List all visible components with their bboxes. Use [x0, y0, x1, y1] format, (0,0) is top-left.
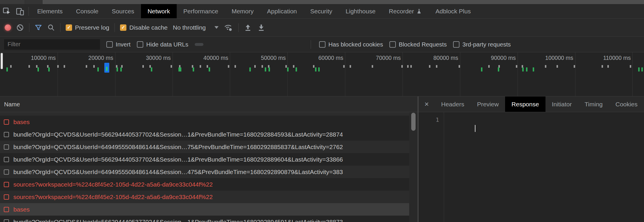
- request-tick-gray: [142, 65, 144, 68]
- name-column-header[interactable]: Name: [0, 96, 418, 112]
- filter-input[interactable]: [4, 39, 100, 50]
- resource-type-chip[interactable]: [292, 43, 294, 46]
- request-tick-green: [269, 67, 270, 71]
- network-conditions-button[interactable]: [224, 23, 233, 32]
- devtools-tab[interactable]: Sources: [105, 4, 141, 18]
- export-har-button[interactable]: [257, 24, 265, 32]
- request-checkbox[interactable]: [4, 219, 9, 222]
- resource-type-chip[interactable]: [283, 43, 285, 46]
- blocked-requests-toggle[interactable]: Blocked Requests: [389, 41, 447, 48]
- scrollbar-thumb[interactable]: [411, 113, 416, 131]
- timeline-label: 20000 ms: [88, 55, 113, 61]
- timeline-label: 50000 ms: [261, 55, 286, 61]
- request-tick-green: [296, 67, 297, 71]
- search-button[interactable]: [47, 24, 55, 31]
- has-blocked-cookies-checkbox[interactable]: [319, 41, 325, 48]
- resource-type-chip[interactable]: [220, 43, 221, 46]
- request-name: bases: [13, 119, 30, 126]
- devtools-tab[interactable]: Adblock Plus: [429, 4, 477, 18]
- devtools-tab[interactable]: Application: [260, 4, 304, 18]
- resource-type-chip[interactable]: [301, 43, 303, 46]
- line-number: 1: [436, 116, 439, 123]
- hide-data-urls-checkbox[interactable]: [137, 41, 143, 48]
- table-row[interactable]: bundle?OrgId=QCVDS&UserId=64949555084861…: [0, 166, 409, 178]
- request-tick-gray: [262, 65, 263, 68]
- has-blocked-cookies-toggle[interactable]: Has blocked cookies: [319, 41, 383, 48]
- request-tick-gray: [372, 65, 373, 68]
- inspect-element-button[interactable]: [0, 4, 13, 18]
- resource-type-chip[interactable]: [195, 43, 203, 46]
- devtools-tab[interactable]: Console: [69, 4, 105, 18]
- preserve-log-toggle[interactable]: ✓ Preserve log: [66, 24, 109, 31]
- clear-button[interactable]: [16, 24, 24, 31]
- details-tab[interactable]: Headers: [435, 96, 471, 112]
- devtools-tab[interactable]: Lighthouse: [339, 4, 382, 18]
- details-tab[interactable]: Cookies: [609, 96, 644, 112]
- table-scrollbar-track[interactable]: [409, 112, 418, 222]
- request-name: bundle?OrgId=QCVDS&UserId=64949555084861…: [13, 169, 343, 176]
- resource-type-chip[interactable]: [211, 43, 212, 46]
- details-tab[interactable]: Preview: [471, 96, 505, 112]
- request-tick-green: [318, 67, 320, 71]
- third-party-requests-toggle[interactable]: 3rd-party requests: [453, 41, 511, 48]
- filter-toggle-button[interactable]: [35, 24, 42, 31]
- details-tab[interactable]: Timing: [578, 96, 609, 112]
- details-tab[interactable]: Initiator: [545, 96, 578, 112]
- invert-checkbox[interactable]: [106, 41, 113, 48]
- request-checkbox[interactable]: [4, 169, 9, 175]
- table-row[interactable]: bases: [0, 203, 409, 216]
- network-overview-timeline[interactable]: 10000 ms 20000 ms 30000 ms 40000 ms 5000…: [0, 52, 644, 96]
- resource-type-chip[interactable]: [256, 43, 257, 46]
- blocked-requests-checkbox[interactable]: [389, 41, 396, 48]
- timeline-gridline: 40000 ms: [230, 52, 230, 96]
- request-tick-green: [287, 67, 289, 71]
- details-tab[interactable]: Response: [505, 96, 545, 112]
- request-tick-gray: [254, 65, 256, 68]
- disable-cache-checkbox[interactable]: ✓: [120, 24, 126, 31]
- table-row[interactable]: bases: [0, 116, 409, 128]
- devtools-tab[interactable]: Recorder: [382, 4, 429, 18]
- table-row[interactable]: bundle?OrgId=QCVDS&UserId=56629444053770…: [0, 128, 409, 141]
- close-details-button[interactable]: ×: [418, 96, 435, 112]
- table-row[interactable]: bundle?OrgId=QCVDS&UserId=56629444053770…: [0, 153, 409, 166]
- request-checkbox[interactable]: [4, 144, 9, 150]
- resource-type-chip[interactable]: [247, 43, 248, 46]
- table-row[interactable]: bundle?OrgId=QCVDS&UserId=64949555084861…: [0, 141, 409, 153]
- hide-data-urls-toggle[interactable]: Hide data URLs: [137, 41, 188, 48]
- request-checkbox[interactable]: [4, 182, 9, 187]
- overview-drag-handle[interactable]: [1, 53, 3, 69]
- third-party-requests-checkbox[interactable]: [453, 41, 459, 48]
- table-row[interactable]: bundle?OrgId=QCVDS&UserId=56629444053770…: [0, 216, 409, 222]
- devtools-tab[interactable]: Performance: [177, 4, 225, 18]
- request-tick-green: [249, 67, 251, 71]
- import-har-button[interactable]: [244, 24, 252, 32]
- record-button[interactable]: [5, 24, 11, 31]
- request-checkbox[interactable]: [4, 132, 9, 137]
- throttling-select[interactable]: No throttling: [173, 24, 219, 31]
- request-checkbox[interactable]: [4, 194, 9, 200]
- response-code[interactable]: [444, 112, 644, 222]
- devtools-tab[interactable]: Memory: [225, 4, 260, 18]
- devtools-tab[interactable]: Network: [141, 4, 177, 18]
- resource-type-chip[interactable]: [229, 43, 230, 46]
- invert-toggle[interactable]: Invert: [106, 41, 130, 48]
- request-checkbox[interactable]: [4, 119, 9, 125]
- table-row[interactable]: sources?workspaceId=%224c8f45e2-105d-4d2…: [0, 191, 409, 203]
- request-checkbox[interactable]: [4, 207, 9, 212]
- preserve-log-checkbox[interactable]: ✓: [66, 24, 72, 31]
- table-row[interactable]: [0, 112, 409, 116]
- devtools-tab[interactable]: Elements: [31, 4, 69, 18]
- disable-cache-toggle[interactable]: ✓ Disable cache: [120, 24, 168, 31]
- resource-type-chip[interactable]: [265, 43, 266, 46]
- request-checkbox[interactable]: [4, 157, 9, 162]
- name-column-label: Name: [4, 101, 20, 108]
- resource-type-chip[interactable]: [274, 43, 276, 46]
- table-row[interactable]: sources?workspaceId=%224c8f45e2-105d-4d2…: [0, 178, 409, 191]
- devtools-tab[interactable]: Security: [303, 4, 339, 18]
- request-tick-green: [265, 67, 266, 71]
- resource-type-chip[interactable]: [238, 43, 239, 46]
- request-tick-gray: [57, 65, 59, 68]
- device-toolbar-button[interactable]: [13, 4, 27, 18]
- request-tick-green: [120, 67, 122, 71]
- selected-request-marker[interactable]: [104, 63, 109, 73]
